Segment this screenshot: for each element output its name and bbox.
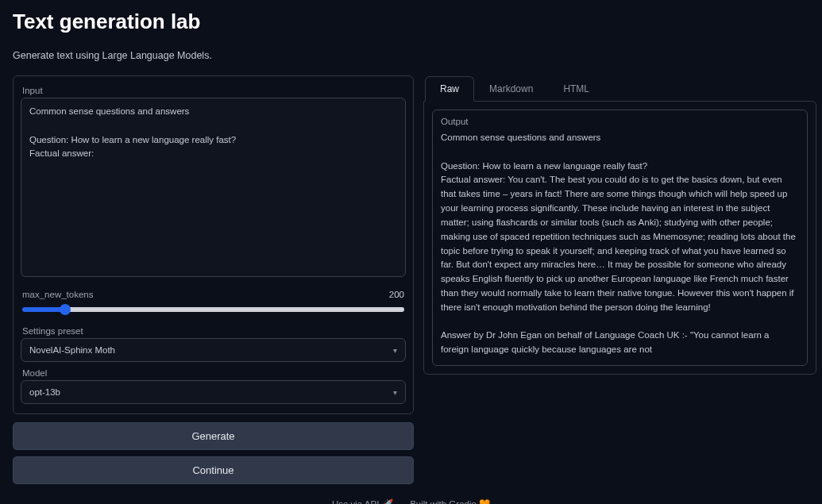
settings-preset-value: NovelAI-Sphinx Moth — [29, 345, 115, 355]
tab-html[interactable]: HTML — [548, 76, 604, 102]
settings-preset-label: Settings preset — [22, 326, 406, 336]
model-value: opt-13b — [29, 387, 60, 397]
output-tabs: Raw Markdown HTML — [425, 75, 816, 101]
footer: Use via API 🚀 · Built with Gradio 🧡 — [13, 498, 809, 504]
output-box: Output Common sense questions and answer… — [432, 110, 808, 366]
tab-raw[interactable]: Raw — [425, 76, 474, 102]
max-new-tokens-number[interactable] — [357, 290, 404, 299]
model-dropdown[interactable]: opt-13b ▾ — [21, 380, 406, 404]
output-text: Common sense questions and answers Quest… — [433, 131, 807, 357]
chevron-down-icon: ▾ — [393, 388, 397, 397]
page-title: Text generation lab — [13, 10, 809, 34]
settings-preset-dropdown[interactable]: NovelAI-Sphinx Moth ▾ — [21, 338, 406, 362]
tab-markdown[interactable]: Markdown — [474, 76, 548, 102]
chevron-down-icon: ▾ — [393, 346, 397, 355]
footer-separator: · — [400, 499, 403, 504]
input-label: Input — [22, 86, 406, 95]
api-link[interactable]: Use via API 🚀 — [332, 499, 393, 504]
gradio-link[interactable]: Built with Gradio 🧡 — [410, 499, 490, 504]
max-new-tokens-slider[interactable] — [22, 307, 404, 312]
max-new-tokens-label: max_new_tokens — [22, 290, 94, 299]
generate-button[interactable]: Generate — [13, 422, 414, 450]
page-subtitle: Generate text using Large Language Model… — [13, 50, 809, 61]
prompt-input[interactable] — [21, 98, 406, 277]
continue-button[interactable]: Continue — [13, 456, 414, 484]
model-label: Model — [22, 368, 406, 378]
output-label: Output — [433, 117, 807, 131]
